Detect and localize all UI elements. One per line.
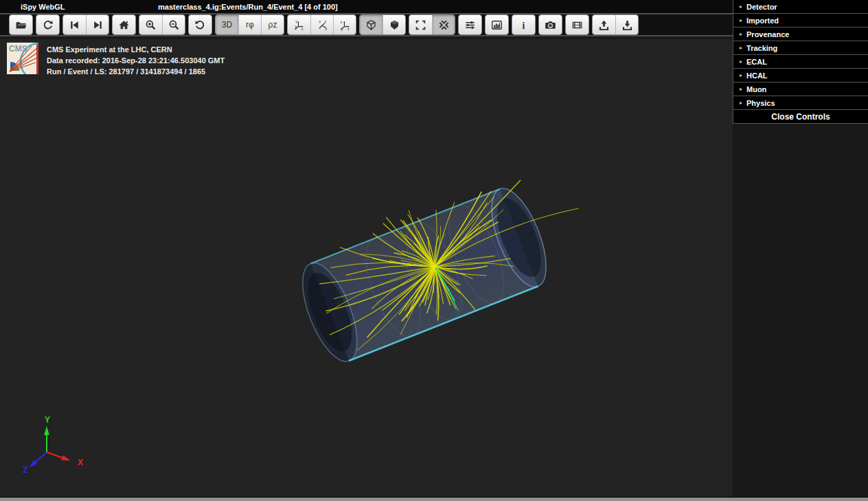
svg-text:z: z bbox=[295, 24, 297, 28]
sidebar-item-label: Imported bbox=[746, 16, 779, 25]
toolbar-group-2 bbox=[62, 14, 109, 35]
bottom-scrollbar-strip[interactable] bbox=[0, 497, 868, 501]
folder-open-icon bbox=[15, 19, 27, 31]
sidebar-item-provenance[interactable]: ▸Provenance bbox=[733, 27, 868, 41]
cms-logo-image: CMS bbox=[7, 43, 38, 74]
axes-view-xz-button[interactable]: Yxz bbox=[310, 15, 333, 34]
upload-button[interactable] bbox=[593, 15, 615, 34]
animation-button[interactable] bbox=[566, 15, 589, 34]
settings-button[interactable] bbox=[459, 15, 481, 34]
cube-solid-icon bbox=[389, 19, 400, 31]
toolbar-group-10 bbox=[458, 14, 482, 35]
svg-text:x: x bbox=[324, 19, 326, 23]
enlarge-button[interactable] bbox=[409, 15, 432, 34]
sidebar-item-imported[interactable]: ▸Imported bbox=[733, 14, 868, 27]
solid-toggle-button[interactable] bbox=[382, 15, 405, 34]
toolbar-group-3 bbox=[112, 14, 136, 35]
toolbar-group-11 bbox=[485, 14, 509, 35]
chevron-right-icon: ▸ bbox=[740, 32, 742, 37]
sidebar-item-label: Provenance bbox=[746, 30, 789, 38]
sidebar-item-muon[interactable]: ▸Muon bbox=[733, 82, 868, 96]
view-rhoz-button[interactable]: ρz bbox=[261, 15, 284, 34]
home-icon bbox=[118, 19, 130, 31]
toolbar-group-6: 3Drφρz bbox=[215, 14, 284, 35]
chevron-right-icon: ▸ bbox=[740, 73, 742, 78]
event-info-overlay: CMS CMS Experiment at the LHC, CERN Data… bbox=[7, 43, 225, 77]
axes-xz-icon: Yxz bbox=[317, 19, 328, 31]
svg-text:X: X bbox=[78, 458, 83, 467]
reset-view-button[interactable] bbox=[189, 15, 212, 34]
svg-text:z: z bbox=[325, 26, 327, 30]
ispy-webgl-app: iSpy WebGL masterclass_4.ig:Events/Run_4… bbox=[0, 0, 868, 501]
svg-text:Y: Y bbox=[45, 415, 50, 425]
chevron-right-icon: ▸ bbox=[740, 4, 742, 10]
sidebar-item-label: Physics bbox=[746, 99, 775, 107]
app-title: iSpy WebGL bbox=[21, 3, 65, 11]
info-button[interactable]: i bbox=[512, 15, 535, 34]
zoom-out-icon bbox=[168, 19, 180, 31]
view-rphi-button-label: rφ bbox=[246, 21, 254, 29]
event-path-title: masterclass_4.ig:Events/Run_4/Event_4 [4… bbox=[158, 3, 338, 11]
screenshot-button[interactable] bbox=[539, 15, 562, 34]
compress-icon bbox=[438, 19, 450, 31]
event-3d-scene[interactable]: YXZ bbox=[0, 39, 733, 497]
toolbar-group-15 bbox=[592, 14, 639, 35]
toolbar-group-14 bbox=[565, 14, 589, 35]
svg-text:Y: Y bbox=[318, 19, 321, 23]
toolbar: 3DrφρzYzxYxzxyzi bbox=[0, 14, 733, 36]
sidebar-item-label: Muon bbox=[746, 85, 766, 93]
toolbar-group-4 bbox=[139, 14, 185, 35]
view-rhoz-button-label: ρz bbox=[269, 21, 277, 29]
zoom-in-button[interactable] bbox=[139, 15, 162, 34]
zoom-out-button[interactable] bbox=[162, 15, 185, 34]
controls-sidebar: ▸Detector▸Imported▸Provenance▸Tracking▸E… bbox=[733, 0, 868, 497]
data-recorded-line: Data recorded: 2016-Sep-28 23:21:46.5030… bbox=[47, 55, 225, 66]
next-event-button[interactable] bbox=[86, 15, 108, 34]
sidebar-item-label: Detector bbox=[746, 3, 777, 11]
toolbar-group-12: i bbox=[512, 14, 536, 35]
camera-icon bbox=[545, 19, 556, 31]
sidebar-item-tracking[interactable]: ▸Tracking bbox=[733, 41, 868, 55]
axes-yz-icon: xyz bbox=[339, 19, 351, 31]
svg-text:x: x bbox=[340, 19, 342, 23]
event-display-canvas[interactable]: YXZ CMS CMS Experiment at the LHC, CERN … bbox=[0, 39, 733, 497]
sliders-icon bbox=[464, 19, 476, 31]
cms-logo: CMS bbox=[7, 43, 38, 74]
info-icon: i bbox=[518, 19, 529, 31]
sidebar-item-ecal[interactable]: ▸ECAL bbox=[733, 55, 868, 69]
experiment-line: CMS Experiment at the LHC, CERN bbox=[47, 44, 225, 55]
axes-view-yz-button[interactable]: xyz bbox=[333, 15, 356, 34]
prev-event-icon bbox=[69, 19, 80, 31]
svg-text:z: z bbox=[347, 27, 349, 31]
sidebar-item-detector[interactable]: ▸Detector bbox=[733, 0, 868, 14]
sidebar-item-hcal[interactable]: ▸HCAL bbox=[733, 69, 868, 82]
previous-event-button[interactable] bbox=[63, 15, 86, 34]
view-3d-button[interactable]: 3D bbox=[216, 15, 238, 34]
axes-view-zx-button[interactable]: Yzx bbox=[288, 15, 310, 34]
toolbar-group-1 bbox=[36, 14, 60, 35]
cube-wireframe-icon bbox=[365, 19, 377, 31]
reload-button[interactable] bbox=[36, 15, 59, 34]
svg-text:Z: Z bbox=[23, 465, 27, 475]
svg-text:Y: Y bbox=[295, 19, 298, 23]
chevron-right-icon: ▸ bbox=[740, 45, 742, 51]
toolbar-group-8 bbox=[359, 14, 406, 35]
download-button[interactable] bbox=[615, 15, 638, 34]
sidebar-item-label: ECAL bbox=[746, 58, 767, 66]
tables-button[interactable] bbox=[486, 15, 508, 34]
sidebar-item-physics[interactable]: ▸Physics bbox=[733, 96, 868, 110]
top-title-bar: iSpy WebGL masterclass_4.ig:Events/Run_4… bbox=[0, 0, 733, 14]
close-controls-button[interactable]: Close Controls bbox=[733, 110, 868, 124]
toolbar-group-13 bbox=[538, 14, 562, 35]
undo-icon bbox=[194, 19, 206, 31]
run-event-ls-line: Run / Event / LS: 281797 / 3141873494 / … bbox=[47, 66, 225, 77]
histogram-icon bbox=[491, 19, 503, 31]
open-file-button[interactable] bbox=[10, 15, 32, 34]
view-3d-button-label: 3D bbox=[222, 21, 232, 29]
svg-text:i: i bbox=[523, 20, 525, 30]
wireframe-toggle-button[interactable] bbox=[360, 15, 382, 34]
upload-icon bbox=[598, 19, 610, 31]
home-view-button[interactable] bbox=[113, 15, 135, 34]
view-rphi-button[interactable]: rφ bbox=[238, 15, 261, 34]
shrink-button[interactable] bbox=[432, 15, 455, 34]
